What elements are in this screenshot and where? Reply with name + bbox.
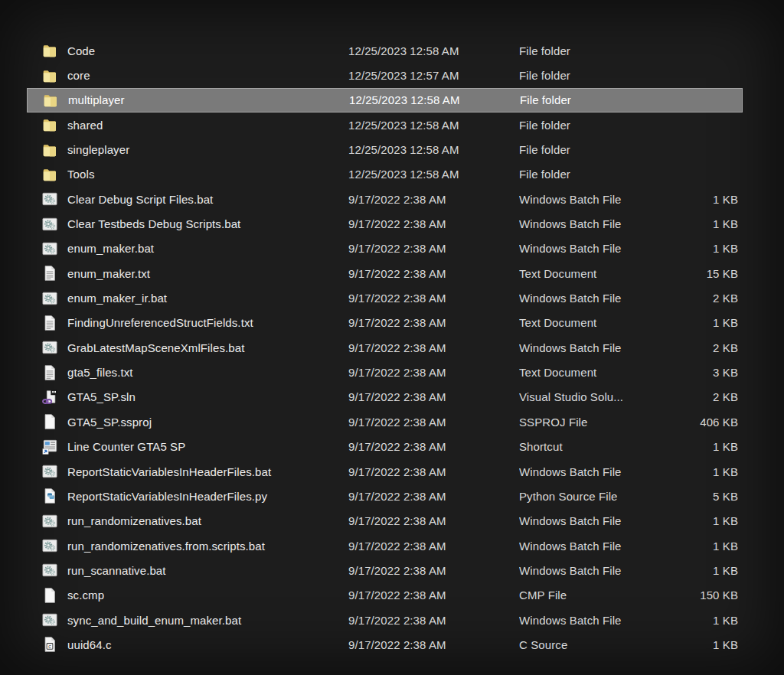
file-size: 2 KB bbox=[695, 292, 743, 305]
file-name: enum_maker_ir.bat bbox=[67, 292, 348, 305]
date-modified: 9/17/2022 2:38 AM bbox=[348, 614, 519, 627]
file-type: File folder bbox=[519, 143, 695, 156]
batch-icon bbox=[41, 339, 58, 356]
file-type: Windows Batch File bbox=[519, 514, 695, 527]
file-name: run_randomizenatives.from.scripts.bat bbox=[67, 540, 348, 553]
file-row[interactable]: multiplayer12/25/2023 12:58 AMFile folde… bbox=[27, 88, 743, 112]
file-name: GTA5_SP.ssproj bbox=[67, 416, 348, 429]
plain-file-icon bbox=[41, 587, 58, 604]
file-name: ReportStaticVariablesInHeaderFiles.py bbox=[67, 490, 348, 503]
file-row[interactable]: shared12/25/2023 12:58 AMFile folder bbox=[27, 112, 743, 137]
file-icon-cell bbox=[27, 439, 67, 455]
file-size: 1 KB bbox=[695, 514, 743, 527]
file-name: Clear Debug Script Files.bat bbox=[67, 193, 348, 206]
file-row[interactable]: Code12/25/2023 12:58 AMFile folder bbox=[27, 38, 743, 63]
batch-icon bbox=[41, 513, 58, 530]
date-modified: 9/17/2022 2:38 AM bbox=[348, 193, 519, 206]
file-row[interactable]: sc.cmp9/17/2022 2:38 AMCMP File150 KB bbox=[27, 583, 743, 608]
file-name: sync_and_build_enum_maker.bat bbox=[67, 614, 348, 627]
folder-icon bbox=[41, 116, 58, 133]
file-row[interactable]: enum_maker.txt9/17/2022 2:38 AMText Docu… bbox=[27, 261, 743, 285]
file-row[interactable]: sync_and_build_enum_maker.bat9/17/2022 2… bbox=[27, 608, 743, 632]
file-icon-cell bbox=[27, 67, 67, 84]
date-modified: 9/17/2022 2:38 AM bbox=[348, 589, 519, 602]
file-row[interactable]: GTA5_SP.sln9/17/2022 2:38 AMVisual Studi… bbox=[27, 385, 743, 409]
batch-icon bbox=[41, 216, 58, 233]
file-type: Python Source File bbox=[519, 490, 695, 503]
batch-icon bbox=[41, 463, 58, 480]
file-size: 1 KB bbox=[695, 316, 743, 329]
file-icon-cell bbox=[27, 537, 67, 554]
date-modified: 9/17/2022 2:38 AM bbox=[348, 638, 519, 651]
file-icon-cell bbox=[27, 463, 67, 480]
folder-icon bbox=[41, 67, 58, 84]
file-row[interactable]: Line Counter GTA5 SP9/17/2022 2:38 AMSho… bbox=[27, 435, 743, 459]
file-row[interactable]: ReportStaticVariablesInHeaderFiles.py9/1… bbox=[27, 484, 743, 508]
file-icon-cell bbox=[27, 191, 67, 207]
date-modified: 9/17/2022 2:38 AM bbox=[348, 366, 519, 379]
date-modified: 12/25/2023 12:58 AM bbox=[349, 93, 520, 106]
batch-icon bbox=[41, 611, 58, 628]
file-icon-cell bbox=[27, 513, 67, 530]
date-modified: 9/17/2022 2:38 AM bbox=[348, 540, 519, 553]
file-type: C Source bbox=[519, 638, 695, 651]
file-row[interactable]: core12/25/2023 12:57 AMFile folder bbox=[27, 63, 743, 87]
file-row[interactable]: singleplayer12/25/2023 12:58 AMFile fold… bbox=[27, 137, 743, 161]
text-doc-icon bbox=[41, 364, 58, 381]
batch-icon bbox=[41, 191, 58, 207]
file-row[interactable]: Clear Testbeds Debug Scripts.bat9/17/202… bbox=[27, 211, 743, 236]
file-icon-cell bbox=[27, 216, 67, 233]
text-doc-icon bbox=[41, 265, 58, 282]
file-name: ReportStaticVariablesInHeaderFiles.bat bbox=[67, 465, 348, 478]
date-modified: 9/17/2022 2:38 AM bbox=[348, 490, 519, 503]
file-size: 5 KB bbox=[695, 490, 743, 503]
file-type: Text Document bbox=[519, 366, 695, 379]
file-row[interactable]: enum_maker.bat9/17/2022 2:38 AMWindows B… bbox=[27, 236, 743, 261]
date-modified: 12/25/2023 12:58 AM bbox=[348, 168, 519, 181]
c-source-icon: c bbox=[41, 636, 58, 653]
file-row[interactable]: run_randomizenatives.from.scripts.bat9/1… bbox=[27, 533, 743, 558]
file-icon-cell bbox=[27, 142, 67, 158]
file-name: Tools bbox=[67, 168, 348, 181]
file-name: GTA5_SP.sln bbox=[67, 390, 348, 403]
file-row[interactable]: c uuid64.c9/17/2022 2:38 AMC Source1 KB bbox=[27, 632, 743, 657]
file-row[interactable]: run_randomizenatives.bat9/17/2022 2:38 A… bbox=[27, 509, 743, 533]
date-modified: 9/17/2022 2:38 AM bbox=[348, 242, 519, 255]
date-modified: 9/17/2022 2:38 AM bbox=[348, 564, 519, 577]
file-size: 2 KB bbox=[695, 341, 743, 354]
file-type: Windows Batch File bbox=[519, 540, 695, 553]
file-row[interactable]: gta5_files.txt9/17/2022 2:38 AMText Docu… bbox=[27, 360, 743, 384]
file-icon-cell bbox=[27, 240, 67, 257]
explorer-file-pane: Code12/25/2023 12:58 AMFile folder core1… bbox=[0, 0, 784, 675]
date-modified: 9/17/2022 2:38 AM bbox=[348, 440, 519, 453]
file-icon-cell bbox=[27, 364, 67, 381]
shortcut-icon bbox=[41, 439, 58, 455]
file-name: Code bbox=[67, 44, 348, 57]
folder-icon bbox=[41, 142, 58, 158]
file-row[interactable]: enum_maker_ir.bat9/17/2022 2:38 AMWindow… bbox=[27, 285, 743, 310]
date-modified: 9/17/2022 2:38 AM bbox=[348, 390, 519, 403]
file-row[interactable]: run_scannative.bat9/17/2022 2:38 AMWindo… bbox=[27, 558, 743, 582]
file-name: gta5_files.txt bbox=[67, 366, 348, 379]
date-modified: 9/17/2022 2:38 AM bbox=[348, 465, 519, 478]
file-size: 1 KB bbox=[695, 440, 743, 453]
file-icon-cell bbox=[28, 92, 68, 109]
file-row[interactable]: GrabLatestMapSceneXmlFiles.bat9/17/2022 … bbox=[27, 335, 743, 360]
file-row[interactable]: FindingUnreferencedStructFields.txt9/17/… bbox=[27, 311, 743, 335]
file-type: Shortcut bbox=[519, 440, 695, 453]
file-name: core bbox=[67, 69, 348, 82]
file-row[interactable]: Tools12/25/2023 12:58 AMFile folder bbox=[27, 162, 743, 187]
file-size: 150 KB bbox=[695, 589, 743, 602]
file-row[interactable]: ReportStaticVariablesInHeaderFiles.bat9/… bbox=[27, 459, 743, 484]
file-row[interactable]: Clear Debug Script Files.bat9/17/2022 2:… bbox=[27, 187, 743, 211]
file-icon-cell bbox=[27, 265, 67, 282]
file-icon-cell bbox=[27, 42, 67, 59]
date-modified: 9/17/2022 2:38 AM bbox=[348, 267, 519, 280]
python-icon bbox=[41, 488, 58, 504]
file-size: 1 KB bbox=[695, 465, 743, 478]
file-type: File folder bbox=[519, 168, 695, 181]
file-type: Windows Batch File bbox=[519, 242, 695, 255]
file-row[interactable]: GTA5_SP.ssproj9/17/2022 2:38 AMSSPROJ Fi… bbox=[27, 409, 743, 434]
plain-file-icon bbox=[41, 413, 58, 430]
file-name: FindingUnreferencedStructFields.txt bbox=[67, 316, 348, 329]
